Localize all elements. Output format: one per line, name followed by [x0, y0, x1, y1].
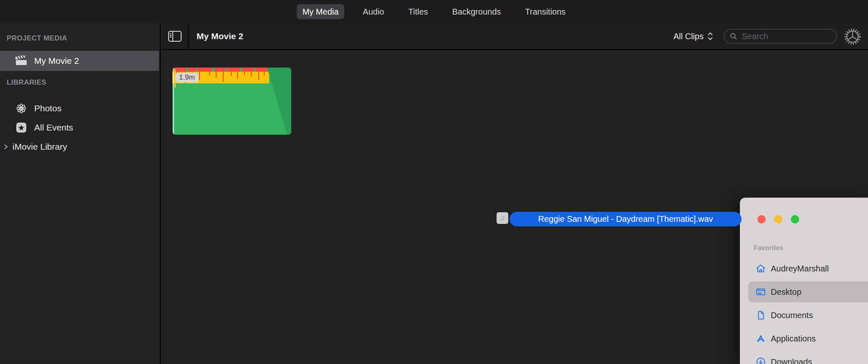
- window-traffic-lights: [757, 215, 799, 223]
- finder-sidebar-item-desktop[interactable]: Desktop: [748, 281, 868, 302]
- sidebar-item-label: Photos: [34, 103, 61, 113]
- finder-sidebar-item-documents[interactable]: Documents: [748, 305, 868, 326]
- sidebar-toggle-button[interactable]: [161, 23, 189, 49]
- sidebar-item-label: My Movie 2: [34, 56, 79, 66]
- sidebar-item-label: iMovie Library: [13, 142, 67, 152]
- finder-sidebar-item-downloads[interactable]: Downloads: [748, 351, 868, 364]
- finder-item-label: Applications: [771, 334, 816, 344]
- appstore-icon: [755, 333, 767, 344]
- finder-sidebar-item-applications[interactable]: Applications: [748, 328, 868, 349]
- finder-item-label: Downloads: [771, 357, 812, 364]
- sidebar-item-imovie-library[interactable]: iMovie Library: [0, 137, 159, 157]
- star-square-icon: [15, 122, 28, 133]
- audio-clip-thumbnail[interactable]: 1.9m: [172, 68, 291, 135]
- home-icon: [755, 263, 767, 274]
- gear-icon: [843, 28, 862, 46]
- music-note-icon: ♫: [500, 214, 505, 222]
- dragged-file-icon: ♫: [497, 212, 508, 224]
- libraries-sidebar: PROJECT MEDIA My Movie 2 LIBRARIES: [0, 23, 161, 364]
- clip-filter-label: All Clips: [674, 32, 704, 41]
- imovie-window: My Media Audio Titles Backgrounds Transi…: [0, 0, 868, 364]
- download-circle-icon: [755, 356, 767, 364]
- waveform-dark-tail: [267, 68, 291, 135]
- sidebar-item-label: All Events: [34, 123, 73, 133]
- search-field[interactable]: [724, 29, 837, 44]
- tab-transitions[interactable]: Transitions: [519, 4, 571, 19]
- finder-item-label: Desktop: [771, 287, 801, 297]
- sidebar-item-photos[interactable]: Photos: [0, 98, 159, 118]
- media-browser-header: My Movie 2 All Clips: [161, 23, 868, 50]
- clip-filter-dropdown[interactable]: All Clips: [674, 23, 714, 49]
- finder-window: Favorites AudreyMarshall Desktop: [740, 198, 868, 364]
- libraries-header: LIBRARIES: [0, 78, 160, 87]
- disclosure-chevron-icon[interactable]: [3, 143, 9, 151]
- photos-pinwheel-icon: [15, 103, 28, 114]
- clip-duration-badge: 1.9m: [175, 73, 199, 83]
- tab-audio[interactable]: Audio: [357, 4, 390, 19]
- finder-sidebar-item-home[interactable]: AudreyMarshall: [748, 258, 868, 279]
- desktop-icon: [755, 286, 767, 297]
- clapperboard-icon: [15, 55, 28, 66]
- dragged-file-label[interactable]: Reggie San Miguel - Daydream [Thematic].…: [510, 212, 742, 226]
- chevron-up-down-icon: [707, 31, 714, 41]
- project-media-header: PROJECT MEDIA: [0, 34, 160, 43]
- favorites-section-header: Favorites: [754, 244, 783, 252]
- clip-left-edge-line: [173, 68, 174, 135]
- tab-my-media[interactable]: My Media: [297, 4, 345, 19]
- finder-item-label: AudreyMarshall: [771, 264, 829, 274]
- sidebar-toggle-icon: [168, 30, 182, 42]
- media-type-tabbar: My Media Audio Titles Backgrounds Transi…: [0, 0, 868, 24]
- search-icon: [729, 32, 737, 41]
- search-input[interactable]: [741, 31, 831, 42]
- tab-titles[interactable]: Titles: [402, 4, 434, 19]
- sidebar-item-all-events[interactable]: All Events: [0, 118, 159, 138]
- browser-settings-button[interactable]: [843, 27, 862, 46]
- close-button[interactable]: [757, 215, 766, 223]
- sidebar-item-my-movie-2[interactable]: My Movie 2: [0, 51, 159, 71]
- document-icon: [755, 310, 767, 321]
- zoom-button[interactable]: [791, 215, 799, 223]
- minimize-button[interactable]: [774, 215, 782, 223]
- tab-backgrounds[interactable]: Backgrounds: [447, 4, 507, 19]
- finder-item-label: Documents: [771, 311, 813, 320]
- browser-title: My Movie 2: [197, 23, 243, 49]
